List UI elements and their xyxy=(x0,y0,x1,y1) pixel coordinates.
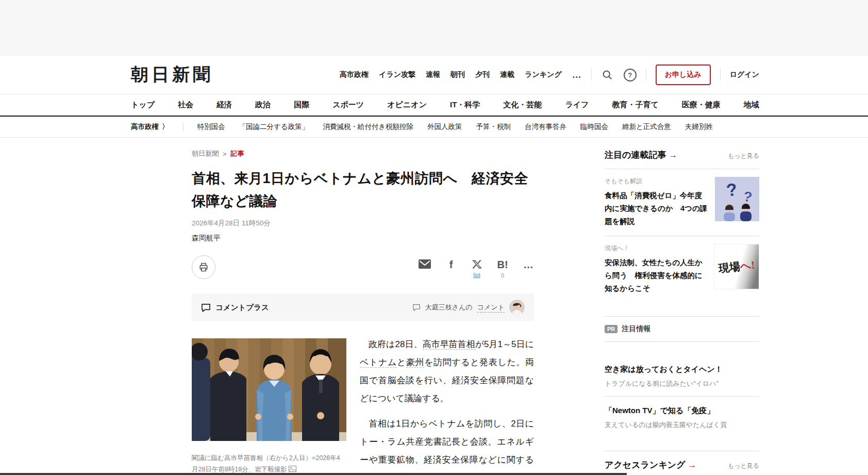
global-nav-item[interactable]: 国際 xyxy=(294,100,309,110)
global-nav-item[interactable]: ライフ xyxy=(565,100,589,110)
subnav-item[interactable]: 外国人政策 xyxy=(427,122,462,132)
global-nav: トップ 社会 経済 政治 国際 スポーツ オピニオン IT・科学 文化・芸能 ラ… xyxy=(0,94,868,117)
login-button[interactable]: ログイン xyxy=(730,70,759,79)
ranking-heading[interactable]: アクセスランキング → xyxy=(605,459,696,471)
featured-article-category: 現場へ！ xyxy=(605,244,707,253)
bottom-edge-bar xyxy=(0,473,627,475)
share-more-button[interactable]: … xyxy=(523,259,534,270)
print-button[interactable] xyxy=(192,255,215,279)
global-nav-item[interactable]: 医療・健康 xyxy=(682,100,721,110)
global-nav-item[interactable]: オピニオン xyxy=(387,100,427,110)
question-marks-illustration: ?? xyxy=(715,177,759,221)
x-icon xyxy=(472,259,482,269)
commenter-avatar[interactable] xyxy=(509,300,525,315)
subnav-item[interactable]: 特別国会 xyxy=(197,122,225,132)
utility-nav-item[interactable]: 高市政権 xyxy=(340,70,369,79)
signup-button[interactable]: お申し込み xyxy=(656,64,711,85)
share-hatena-button[interactable]: B! 0 xyxy=(497,259,508,279)
featured-article-1[interactable]: そもそも解説 食料品「消費税ゼロ」今年度内に実施できるのか 4つの課題を解説 ?… xyxy=(605,177,759,228)
email-icon xyxy=(419,259,431,269)
utility-nav-item[interactable]: 朝刊 xyxy=(450,70,465,79)
global-nav-item[interactable]: 教育・子育て xyxy=(612,100,658,110)
pr-item-2[interactable]: 「Newton TV」で知る「免疫」 支えているのは腸内善玉菌やたんぱく質 xyxy=(605,404,759,430)
utility-nav-item[interactable]: ランキング xyxy=(525,70,562,79)
pr-badge: PR xyxy=(605,325,617,333)
keyword-link[interactable]: ベトナム xyxy=(360,357,397,368)
subnav-item[interactable]: 「国論二分する政策」 xyxy=(239,122,309,132)
article-body: 閣議に臨む高市早苗首相（右から2人目）=2026年4月28日午前8時18分、岩下… xyxy=(192,336,534,475)
featured-more-link[interactable]: もっと見る xyxy=(728,152,759,160)
article-date: 2026年4月28日 11時50分 xyxy=(192,219,534,228)
utility-nav-item[interactable]: 連載 xyxy=(500,70,514,79)
featured-article-category: そもそも解説 xyxy=(605,177,708,186)
article-column: 朝日新聞 > 記事 首相、来月1日からベトナムと豪州訪問へ 経済安全保障など議論… xyxy=(192,149,534,475)
utility-nav-item[interactable]: 夕刊 xyxy=(475,70,490,79)
featured-article-thumbnail: 現場へ! xyxy=(714,244,759,289)
arrow-right-icon: → xyxy=(688,460,696,470)
utility-nav-item[interactable]: 速報 xyxy=(426,70,440,79)
breadcrumb: 朝日新聞 > 記事 xyxy=(192,149,534,158)
ranking-more-link[interactable]: もっと見る xyxy=(728,462,759,470)
global-nav-item[interactable]: 政治 xyxy=(255,100,271,110)
featured-article-title: 食料品「消費税ゼロ」今年度内に実施できるのか 4つの課題を解説 xyxy=(605,189,708,228)
pr-section-header: PR 注目情報 xyxy=(605,324,759,334)
share-row: f list B! 0 … xyxy=(192,255,534,279)
comment-plus-label[interactable]: コメントプラス xyxy=(215,303,269,313)
global-nav-item[interactable]: IT・科学 xyxy=(450,100,480,110)
breadcrumb-current[interactable]: 記事 xyxy=(231,149,244,158)
hatena-icon: B! xyxy=(497,259,508,270)
x-list-link[interactable]: list xyxy=(473,272,480,278)
speech-bubble-icon xyxy=(201,303,211,312)
breadcrumb-home[interactable]: 朝日新聞 xyxy=(192,149,219,158)
share-facebook-button[interactable]: f xyxy=(445,259,457,270)
featured-article-2[interactable]: 現場へ！ 安保法制、女性たちの人生から問う 権利侵害を体感的に知るからこそ 現場… xyxy=(605,244,759,295)
keyword-link[interactable]: 豪州 xyxy=(406,357,424,368)
article-figure: 閣議に臨む高市早苗首相（右から2人目）=2026年4月28日午前8時18分、岩下… xyxy=(192,338,346,474)
global-nav-item[interactable]: スポーツ xyxy=(332,100,364,110)
commenter-name: 大庭三枝さんの xyxy=(425,303,473,312)
article-author[interactable]: 森岡航平 xyxy=(192,234,534,243)
divider xyxy=(646,69,646,81)
chevron-right-icon: 〉 xyxy=(162,122,169,132)
global-nav-item[interactable]: 経済 xyxy=(216,100,232,110)
subnav-item[interactable]: 夫婦別姓 xyxy=(685,122,713,132)
commenter-comment-link[interactable]: コメント xyxy=(477,303,505,313)
subnav-lead-takaichi[interactable]: 高市政権 〉 xyxy=(131,122,169,132)
pr-item-1[interactable]: 空き家は放っておくとタイヘン！ トラブルになる前に読みたい“イロハ” xyxy=(605,363,759,388)
global-nav-item[interactable]: 社会 xyxy=(178,100,193,110)
genba-e-logo: 現場へ! xyxy=(717,257,755,275)
subnav-item[interactable]: 維新と正式合意 xyxy=(622,122,671,132)
site-logo[interactable]: 朝日新聞 xyxy=(131,63,213,87)
article-title: 首相、来月1日からベトナムと豪州訪問へ 経済安全保障など議論 xyxy=(192,168,534,212)
hatena-count: 0 xyxy=(501,272,504,279)
subnav-item[interactable]: 予算・税制 xyxy=(476,122,511,132)
speech-bubble-icon xyxy=(412,304,421,311)
featured-series-heading[interactable]: 注目の連載記事 → xyxy=(605,149,677,161)
search-icon[interactable] xyxy=(601,68,614,81)
subnav-item[interactable]: 台湾有事答弁 xyxy=(525,122,566,132)
global-nav-item[interactable]: 地域 xyxy=(744,100,759,110)
comment-plus-bar: コメントプラス 大庭三枝さんの コメント xyxy=(192,293,534,321)
global-nav-item[interactable]: 文化・芸能 xyxy=(503,100,542,110)
utility-nav: 高市政権 イラン攻撃 速報 朝刊 xyxy=(340,70,582,80)
cabinet-meeting-photo[interactable] xyxy=(192,338,346,441)
divider xyxy=(183,123,183,131)
facebook-icon: f xyxy=(449,259,453,270)
divider xyxy=(591,69,592,81)
top-ad-space xyxy=(0,0,868,56)
more-dots-icon: … xyxy=(523,259,533,270)
share-x-button[interactable]: list xyxy=(471,259,482,278)
global-nav-item[interactable]: トップ xyxy=(131,100,155,110)
breadcrumb-separator: > xyxy=(223,150,227,158)
photo-count-icon xyxy=(289,466,296,472)
featured-article-title: 安保法制、女性たちの人生から問う 権利侵害を体感的に知るからこそ xyxy=(605,256,707,295)
subnav-item[interactable]: 消費減税・給付付き税額控除 xyxy=(323,122,413,132)
utility-nav-item[interactable]: イラン攻撃 xyxy=(379,70,415,79)
pr-section-title: 注目情報 xyxy=(622,324,650,334)
more-menu-icon[interactable]: … xyxy=(572,70,582,80)
share-email-button[interactable] xyxy=(419,259,431,269)
arrow-right-icon: → xyxy=(669,150,677,160)
subnav-item[interactable]: 臨時国会 xyxy=(580,122,608,132)
keyword-link[interactable]: 高市早苗首相 xyxy=(423,339,475,350)
help-icon[interactable]: ? xyxy=(624,69,637,81)
